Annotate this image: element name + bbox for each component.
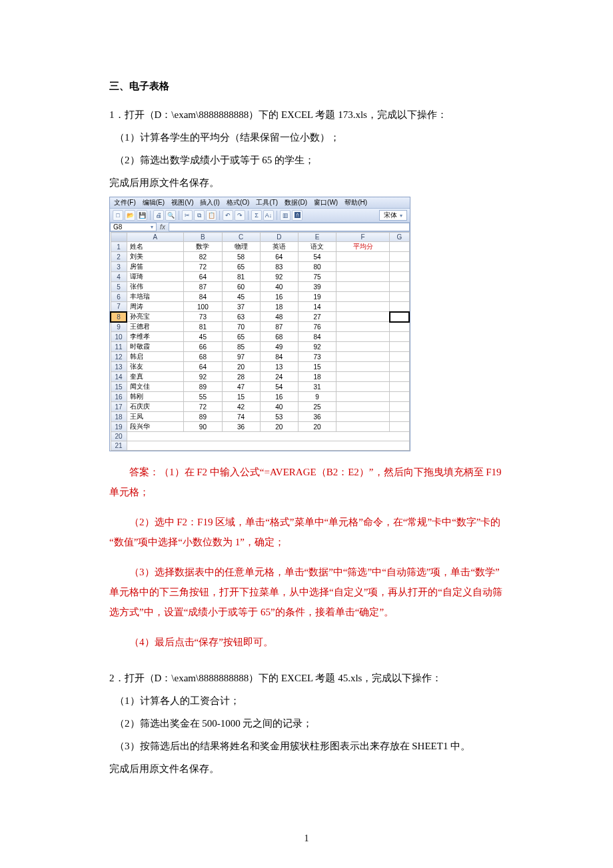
cell[interactable] — [390, 272, 409, 282]
cell[interactable]: 语文 — [298, 242, 336, 252]
col-G[interactable]: G — [390, 233, 409, 242]
cell[interactable]: 84 — [298, 332, 336, 342]
cell[interactable]: 63 — [222, 312, 260, 322]
print-icon[interactable]: 🖨 — [153, 210, 164, 221]
cell[interactable]: 55 — [184, 392, 222, 402]
cell[interactable]: 84 — [260, 352, 298, 362]
cell[interactable] — [390, 392, 409, 402]
row-14[interactable]: 14 — [111, 372, 127, 382]
row-18[interactable]: 18 — [111, 412, 127, 422]
cell[interactable]: 66 — [184, 342, 222, 352]
cell[interactable] — [336, 352, 390, 362]
row-17[interactable]: 17 — [111, 402, 127, 412]
cell[interactable]: 数学 — [184, 242, 222, 252]
cell[interactable]: 13 — [260, 362, 298, 372]
cell[interactable]: 72 — [184, 402, 222, 412]
cell[interactable]: 72 — [184, 262, 222, 272]
col-B[interactable]: B — [184, 233, 222, 242]
cell[interactable]: 36 — [222, 422, 260, 432]
cell[interactable] — [336, 262, 390, 272]
cell[interactable]: 奎真 — [127, 372, 184, 382]
row-13[interactable]: 13 — [111, 362, 127, 372]
cell[interactable]: 89 — [184, 382, 222, 392]
fx-icon[interactable]: fx — [157, 223, 169, 231]
cell[interactable] — [390, 302, 409, 312]
name-box[interactable]: G8 — [110, 223, 157, 231]
cell[interactable]: 姓名 — [127, 242, 184, 252]
row-9[interactable]: 9 — [111, 322, 127, 332]
row-6[interactable]: 6 — [111, 292, 127, 302]
cell[interactable]: 周涛 — [127, 302, 184, 312]
cell[interactable] — [336, 422, 390, 432]
cell[interactable] — [390, 292, 409, 302]
cell[interactable]: 14 — [298, 302, 336, 312]
cell[interactable]: 闻文佳 — [127, 382, 184, 392]
cell[interactable]: 房笛 — [127, 262, 184, 272]
cell[interactable]: 53 — [260, 412, 298, 422]
cell[interactable] — [336, 392, 390, 402]
row-10[interactable]: 10 — [111, 332, 127, 342]
row-16[interactable]: 16 — [111, 392, 127, 402]
paste-icon[interactable]: 📋 — [206, 210, 217, 221]
cell[interactable]: 64 — [184, 362, 222, 372]
cell[interactable]: 92 — [260, 272, 298, 282]
cell[interactable]: 92 — [298, 342, 336, 352]
cell[interactable]: 张友 — [127, 362, 184, 372]
cell[interactable]: 73 — [298, 352, 336, 362]
cell[interactable] — [390, 242, 409, 252]
preview-icon[interactable]: 🔍 — [165, 210, 176, 221]
row-3[interactable]: 3 — [111, 262, 127, 272]
cell[interactable] — [390, 382, 409, 392]
cell[interactable]: 68 — [184, 352, 222, 362]
cell[interactable] — [336, 402, 390, 412]
cell[interactable]: 韩启 — [127, 352, 184, 362]
cell[interactable] — [336, 382, 390, 392]
cell[interactable] — [390, 332, 409, 342]
col-C[interactable]: C — [222, 233, 260, 242]
cell[interactable] — [336, 312, 390, 322]
cell[interactable]: 65 — [222, 332, 260, 342]
cell[interactable]: 19 — [298, 292, 336, 302]
cell[interactable]: 49 — [260, 342, 298, 352]
cell[interactable]: 丰培瑞 — [127, 292, 184, 302]
cell[interactable]: 73 — [184, 312, 222, 322]
cell[interactable]: 英语 — [260, 242, 298, 252]
cell[interactable]: 28 — [222, 372, 260, 382]
menu-window[interactable]: 窗口(W) — [312, 198, 339, 207]
font-select[interactable]: 宋体 — [379, 210, 407, 221]
undo-icon[interactable]: ↶ — [223, 210, 233, 221]
cell[interactable] — [127, 432, 409, 441]
cell[interactable] — [336, 282, 390, 292]
row-15[interactable]: 15 — [111, 382, 127, 392]
cell[interactable] — [336, 322, 390, 332]
cell[interactable] — [336, 292, 390, 302]
cell[interactable]: 85 — [222, 342, 260, 352]
cell[interactable] — [336, 302, 390, 312]
menu-view[interactable]: 视图(V) — [170, 198, 195, 207]
sort-asc-icon[interactable]: A↓ — [263, 210, 274, 221]
menu-format[interactable]: 格式(O) — [225, 198, 251, 207]
cell[interactable]: 45 — [184, 332, 222, 342]
menu-help[interactable]: 帮助(H) — [343, 198, 368, 207]
row-1[interactable]: 1 — [111, 242, 127, 252]
row-12[interactable]: 12 — [111, 352, 127, 362]
cell[interactable]: 36 — [298, 412, 336, 422]
cell[interactable]: 李维孝 — [127, 332, 184, 342]
cell[interactable]: 15 — [298, 362, 336, 372]
cell[interactable]: 75 — [298, 272, 336, 282]
cell[interactable]: 80 — [298, 262, 336, 272]
cell[interactable]: 20 — [260, 422, 298, 432]
cell[interactable] — [390, 322, 409, 332]
cell[interactable]: 83 — [260, 262, 298, 272]
cell[interactable]: 15 — [222, 392, 260, 402]
cell[interactable] — [390, 422, 409, 432]
cell[interactable]: 54 — [260, 382, 298, 392]
cell[interactable]: 24 — [260, 372, 298, 382]
cell[interactable] — [390, 402, 409, 412]
select-all-corner[interactable] — [111, 233, 127, 242]
cell[interactable]: 60 — [222, 282, 260, 292]
cell[interactable]: 31 — [298, 382, 336, 392]
cell[interactable]: 18 — [260, 302, 298, 312]
cell[interactable]: 9 — [298, 392, 336, 402]
cell[interactable]: 段兴华 — [127, 422, 184, 432]
